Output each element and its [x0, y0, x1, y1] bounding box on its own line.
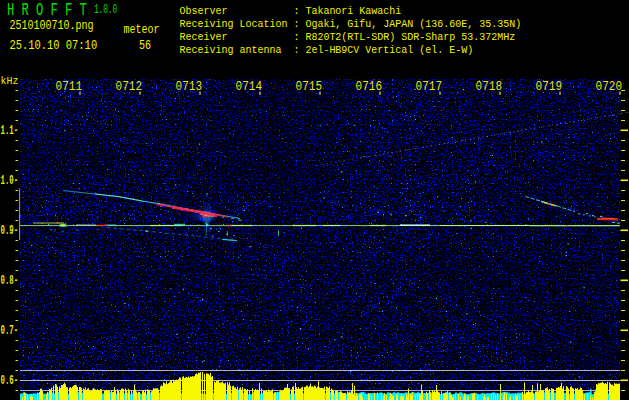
svg-text:0.8-: 0.8-: [1, 273, 19, 288]
svg-text:Receiving antenna : 2el-HB9CV: Receiving antenna : 2el-HB9CV Vertical (…: [180, 43, 474, 56]
svg-text:1.0.0: 1.0.0: [94, 3, 117, 16]
svg-text:0.9-: 0.9-: [1, 223, 19, 238]
svg-text:kHz: kHz: [1, 74, 19, 87]
svg-text:0711: 0711: [56, 79, 82, 94]
svg-text:0.7-: 0.7-: [1, 323, 19, 338]
svg-text:0720: 0720: [596, 79, 622, 94]
svg-text:Receiver : R820T2(RT: Receiver : R820T2(RTL-SDR) SDR-Sharp 53.…: [180, 30, 516, 43]
svg-text:0713: 0713: [176, 79, 202, 94]
svg-text:0717: 0717: [416, 79, 442, 94]
svg-text:Observer : Takanori: Observer : Takanori Kawachi: [180, 5, 402, 18]
svg-text:0.6-: 0.6-: [1, 373, 19, 388]
svg-text:56: 56: [139, 37, 151, 51]
svg-text:0718: 0718: [476, 79, 502, 94]
svg-text:0715: 0715: [296, 79, 322, 94]
svg-text:Receiving Location : Ogaki, Gi: Receiving Location : Ogaki, Gifu, JAPAN …: [180, 17, 522, 30]
svg-text:1.1-: 1.1-: [1, 123, 19, 138]
svg-text:meteor: meteor: [124, 22, 160, 36]
svg-text:0719: 0719: [536, 79, 562, 94]
svg-text:1.0-: 1.0-: [1, 173, 19, 188]
svg-text:0714: 0714: [236, 79, 262, 94]
svg-text:0716: 0716: [356, 79, 382, 94]
svg-text:25.10.10 07:10: 25.10.10 07:10: [10, 38, 98, 52]
svg-text:0712: 0712: [116, 79, 142, 94]
svg-text:2510100710.png: 2510100710.png: [10, 18, 94, 32]
